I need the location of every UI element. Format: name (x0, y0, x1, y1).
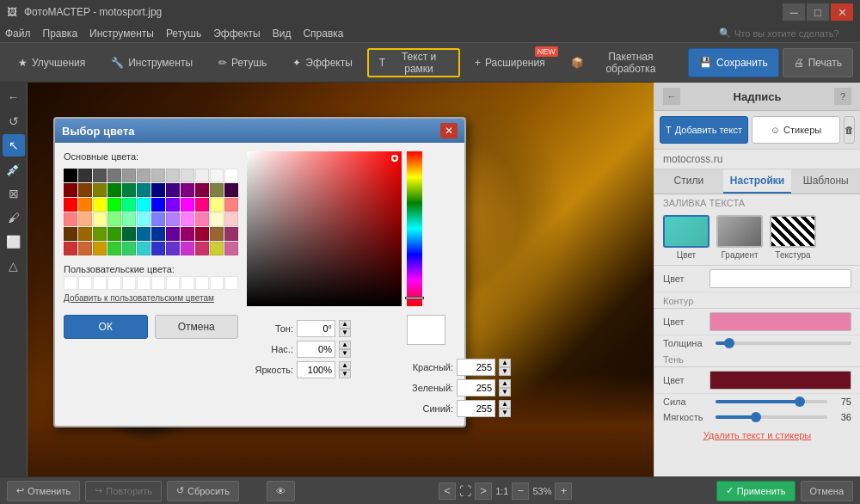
swatch-e12[interactable] (224, 242, 238, 255)
custom-swatch-1[interactable] (64, 276, 77, 290)
blue-up[interactable]: ▲ (499, 400, 511, 409)
effects-button[interactable]: ✦ Эффекты (281, 48, 364, 77)
tab-templates[interactable]: Шаблоны (791, 169, 860, 194)
menu-edit[interactable]: Правка (43, 28, 78, 40)
delete-text-link[interactable]: Удалить текст и стикеры (654, 425, 860, 446)
outline-thickness-slider[interactable] (716, 341, 851, 345)
close-button[interactable]: ✕ (831, 3, 853, 21)
swatch-e9[interactable] (181, 242, 194, 255)
batch-button[interactable]: 📦 Пакетная обработка (560, 48, 685, 77)
bright-down[interactable]: ▼ (339, 370, 351, 378)
print-button[interactable]: 🖨 Печать (783, 48, 853, 77)
swatch-b2[interactable] (78, 198, 92, 212)
menu-effects[interactable]: Эффекты (213, 28, 261, 40)
swatch-d10[interactable] (195, 227, 209, 241)
swatch-c1[interactable] (64, 212, 77, 226)
green-down[interactable]: ▼ (499, 388, 511, 396)
custom-swatch-11[interactable] (210, 276, 224, 290)
panel-help-button[interactable]: ? (834, 88, 851, 105)
swatch-e5[interactable] (122, 242, 136, 255)
swatch-c5[interactable] (122, 212, 136, 226)
swatch-gray8[interactable] (210, 169, 224, 182)
swatch-d1[interactable] (64, 227, 77, 241)
blue-input[interactable] (457, 400, 495, 417)
zoom-in-button[interactable]: + (555, 482, 572, 500)
swatch-gray6[interactable] (181, 169, 194, 182)
swatch-r9[interactable] (181, 183, 194, 197)
swatch-d7[interactable] (151, 227, 165, 241)
swatch-c11[interactable] (210, 212, 224, 226)
custom-swatch-9[interactable] (181, 276, 194, 290)
shadow-softness-handle[interactable] (751, 412, 761, 422)
custom-swatch-8[interactable] (166, 276, 180, 290)
swatch-e6[interactable] (137, 242, 150, 255)
apply-button[interactable]: ✓ Применить (716, 481, 796, 501)
swatch-e1[interactable] (64, 242, 77, 255)
sat-up[interactable]: ▲ (339, 341, 351, 349)
crop-button[interactable]: ⊠ (3, 182, 25, 205)
fullscreen-icon[interactable]: ⛶ (459, 484, 471, 498)
menu-view[interactable]: Вид (273, 28, 292, 40)
swatch-d5[interactable] (122, 227, 136, 241)
bright-input[interactable] (297, 361, 335, 378)
menu-help[interactable]: Справка (303, 28, 343, 40)
swatch-c6[interactable] (137, 212, 150, 226)
fill-color-swatch[interactable] (710, 269, 851, 288)
nav-left-button[interactable]: < (439, 482, 456, 500)
swatch-e7[interactable] (151, 242, 165, 255)
eraser-button[interactable]: ⬜ (3, 230, 25, 253)
add-custom-label[interactable]: Добавить к пользовательским цветам (64, 293, 238, 303)
custom-swatch-3[interactable] (93, 276, 107, 290)
swatch-b1[interactable] (64, 198, 77, 212)
red-up[interactable]: ▲ (499, 359, 511, 367)
swatch-e2[interactable] (78, 242, 92, 255)
swatch-r6[interactable] (137, 183, 150, 197)
color-option-solid[interactable]: Цвет (663, 215, 710, 260)
menu-tools[interactable]: Инструменты (89, 28, 154, 40)
swatch-e10[interactable] (195, 242, 209, 255)
swatch-b9[interactable] (181, 198, 194, 212)
swatch-e8[interactable] (166, 242, 180, 255)
shape-button[interactable]: △ (3, 255, 25, 277)
custom-swatch-6[interactable] (137, 276, 150, 290)
swatch-gray2[interactable] (122, 169, 136, 182)
custom-swatch-5[interactable] (122, 276, 136, 290)
swatch-b3[interactable] (93, 198, 107, 212)
maximize-button[interactable]: □ (807, 3, 829, 21)
swatch-gray1[interactable] (108, 169, 121, 182)
swatch-e11[interactable] (210, 242, 224, 255)
red-input[interactable] (457, 359, 495, 376)
swatch-b8[interactable] (166, 198, 180, 212)
delete-item-button[interactable]: 🗑 (844, 116, 855, 144)
swatch-gray4[interactable] (151, 169, 165, 182)
hue-input[interactable] (297, 320, 335, 337)
swatch-gray7[interactable] (195, 169, 209, 182)
nav-right-button[interactable]: > (475, 482, 492, 500)
swatch-dark2[interactable] (93, 169, 107, 182)
swatch-d6[interactable] (137, 227, 150, 241)
retouch-button[interactable]: ✏ Ретушь (207, 48, 278, 77)
extend-button[interactable]: + Расширения NEW (464, 48, 556, 77)
eye-button[interactable]: 👁 (267, 481, 295, 501)
redo-button[interactable]: ↪ Повторить (85, 481, 162, 501)
menu-retouch[interactable]: Ретушь (166, 28, 201, 40)
swatch-e4[interactable] (108, 242, 121, 255)
stickers-button[interactable]: ☺ Стикеры (752, 116, 840, 144)
tab-styles[interactable]: Стили (654, 169, 723, 194)
swatch-c7[interactable] (151, 212, 165, 226)
improve-button[interactable]: ★ Улучшения (7, 48, 96, 77)
swatch-white[interactable] (224, 169, 238, 182)
sat-input[interactable] (297, 341, 335, 358)
swatch-c9[interactable] (181, 212, 194, 226)
color-gradient-picker[interactable] (247, 151, 402, 306)
custom-swatch-4[interactable] (108, 276, 121, 290)
zoom-out-button[interactable]: − (512, 482, 529, 500)
minimize-button[interactable]: ─ (783, 3, 805, 21)
swatch-r7[interactable] (151, 183, 165, 197)
swatch-black[interactable] (64, 169, 77, 182)
search-input[interactable] (734, 28, 855, 39)
swatch-e3[interactable] (93, 242, 107, 255)
tools-button[interactable]: 🔧 Инструменты (100, 48, 204, 77)
menu-file[interactable]: Файл (5, 28, 31, 40)
swatch-r8[interactable] (166, 183, 180, 197)
